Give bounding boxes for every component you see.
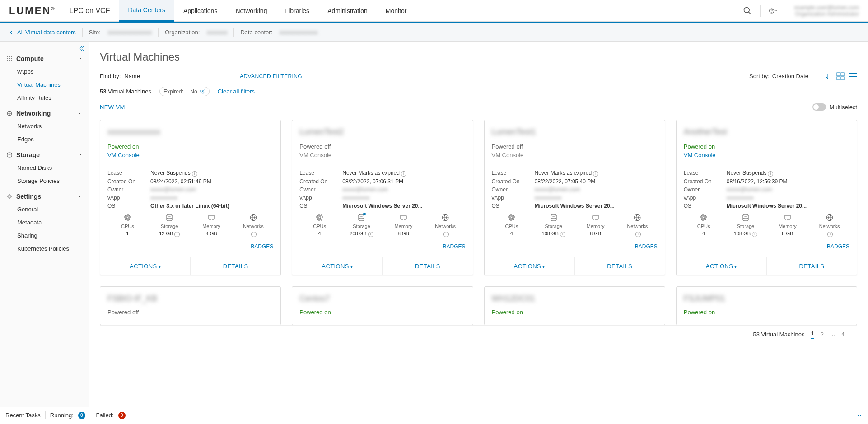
vm-console-link[interactable]: VM Console <box>684 152 849 158</box>
nav-tab-applications[interactable]: Applications <box>174 0 227 22</box>
page-1[interactable]: 1 <box>811 330 814 339</box>
badges-link[interactable]: BADGES <box>443 243 465 250</box>
created-value: 08/24/2022, 02:51:49 PM <box>150 178 273 185</box>
chevron-down-icon <box>815 74 819 79</box>
info-icon[interactable]: i <box>192 171 197 177</box>
help-icon[interactable] <box>769 6 778 15</box>
details-button[interactable]: DETAILS <box>191 257 280 275</box>
sort-direction-icon[interactable] <box>825 73 831 79</box>
details-button[interactable]: DETAILS <box>767 257 857 275</box>
vm-name[interactable]: WH12DC01 <box>492 294 658 303</box>
toggle-switch[interactable] <box>812 103 826 111</box>
nav-tab-monitor[interactable]: Monitor <box>377 0 416 22</box>
info-icon[interactable]: i <box>827 232 833 237</box>
info-icon[interactable]: i <box>752 232 757 237</box>
info-icon[interactable]: i <box>401 171 406 177</box>
actions-button[interactable]: ACTIONS▾ <box>677 257 767 275</box>
sidebar-item-kubernetes-policies[interactable]: Kubernetes Policies <box>0 242 89 255</box>
list-view-icon[interactable] <box>849 72 857 80</box>
sidebar-header-networking[interactable]: Networking <box>0 107 89 120</box>
sidebar-item-storage-policies[interactable]: Storage Policies <box>0 174 89 187</box>
chevron-down-icon <box>222 74 226 79</box>
sidebar-item-vapps[interactable]: vApps <box>0 65 89 78</box>
nav-tab-networking[interactable]: Networking <box>226 0 276 22</box>
page-2[interactable]: 2 <box>821 331 824 338</box>
memory-icon <box>383 214 424 222</box>
vm-name[interactable]: FSJUMP01 <box>684 294 849 303</box>
page-next-icon[interactable] <box>851 332 855 337</box>
grid-view-icon[interactable] <box>836 72 845 80</box>
info-icon[interactable]: i <box>174 232 180 237</box>
count-bar: 53 Virtual Machines Expired: No ⓧ Clear … <box>100 87 857 96</box>
details-button[interactable]: DETAILS <box>383 257 472 275</box>
sidebar-collapse-icon[interactable] <box>79 45 85 51</box>
sidebar-item-networks[interactable]: Networks <box>0 120 89 133</box>
sidebar-item-edges[interactable]: Edges <box>0 133 89 146</box>
sidebar: Compute vApps Virtual Machines Affinity … <box>0 42 89 407</box>
vm-status: Powered on <box>299 309 465 316</box>
sidebar-header-compute[interactable]: Compute <box>0 52 89 65</box>
vm-card: LumenTest2 Powered off VM Console LeaseN… <box>292 120 473 275</box>
badges-link[interactable]: BADGES <box>827 243 849 250</box>
nav-tab-administration[interactable]: Administration <box>318 0 377 22</box>
vm-name[interactable]: Centos7 <box>299 294 465 303</box>
clear-all-filters-link[interactable]: Clear all filters <box>218 88 255 95</box>
badges-link[interactable]: BADGES <box>251 243 273 250</box>
badges-link[interactable]: BADGES <box>635 243 658 250</box>
footer-bar: Recent Tasks Running: 0 Failed: 0 <box>0 407 868 423</box>
actions-button[interactable]: ACTIONS▾ <box>292 257 383 275</box>
info-icon[interactable]: i <box>635 232 641 237</box>
advanced-filtering-link[interactable]: ADVANCED FILTERING <box>240 73 302 79</box>
actions-button[interactable]: ACTIONS▾ <box>485 257 575 275</box>
cpus-value: 1 <box>107 231 148 236</box>
vm-name[interactable]: LumenTest2 <box>299 127 465 137</box>
lease-label: Lease <box>107 170 150 177</box>
multiselect-toggle[interactable]: Multiselect <box>812 103 857 111</box>
details-button[interactable]: DETAILS <box>575 257 665 275</box>
page-4[interactable]: 4 <box>841 331 845 338</box>
svg-point-6 <box>11 56 12 57</box>
sidebar-item-named-disks[interactable]: Named Disks <box>0 161 89 174</box>
back-link[interactable]: All Virtual data centers <box>9 29 76 36</box>
vm-name[interactable]: LumenTest1 <box>492 127 658 137</box>
vm-name[interactable]: xxxxxxxxxxxxx <box>107 127 273 137</box>
recent-tasks-label[interactable]: Recent Tasks <box>5 412 41 419</box>
sidebar-item-virtual-machines[interactable]: Virtual Machines <box>0 78 89 91</box>
cpu-icon <box>299 214 340 222</box>
info-icon[interactable]: i <box>443 232 449 237</box>
svg-rect-59 <box>400 216 406 219</box>
sidebar-item-affinity-rules[interactable]: Affinity Rules <box>0 91 89 104</box>
storage-value: 12 GBi <box>149 231 190 237</box>
info-icon[interactable]: i <box>593 171 598 177</box>
nav-tab-data-centers[interactable]: Data Centers <box>119 0 174 22</box>
chevron-down-icon <box>78 153 82 157</box>
created-label: Created On <box>107 178 150 185</box>
vm-status: Powered on <box>684 143 849 150</box>
sidebar-header-settings[interactable]: Settings <box>0 190 89 203</box>
sort-by-dropdown[interactable]: Sort by: Creation Date <box>749 71 819 81</box>
vm-console-link[interactable]: VM Console <box>107 152 273 158</box>
sidebar-item-metadata[interactable]: Metadata <box>0 216 89 229</box>
vm-name[interactable]: FSBIO-IF_KB <box>107 294 273 303</box>
vm-name[interactable]: AnotherTest <box>684 127 849 137</box>
nav-tab-libraries[interactable]: Libraries <box>276 0 318 22</box>
info-icon[interactable]: i <box>768 171 773 177</box>
page-ellipsis: ... <box>830 331 835 338</box>
info-icon[interactable]: i <box>251 232 257 237</box>
search-icon[interactable] <box>743 6 752 15</box>
owner-value: xxxxx@lumen.com <box>342 186 465 193</box>
lease-label: Lease <box>299 170 342 177</box>
info-icon[interactable]: i <box>368 232 373 237</box>
actions-button[interactable]: ACTIONS▾ <box>100 257 191 275</box>
os-value: Other 3.x or later Linux (64-bit) <box>150 203 273 209</box>
sidebar-header-storage[interactable]: Storage <box>0 149 89 161</box>
expand-tasks-icon[interactable] <box>856 412 863 419</box>
sidebar-item-sharing[interactable]: Sharing <box>0 229 89 242</box>
new-vm-button[interactable]: NEW VM <box>100 104 125 111</box>
user-menu[interactable]: example.user@lumen.com Organization Admi… <box>794 5 859 17</box>
svg-rect-23 <box>125 215 130 220</box>
sidebar-item-general[interactable]: General <box>0 203 89 216</box>
info-icon[interactable]: i <box>560 232 565 237</box>
remove-chip-icon[interactable]: ⓧ <box>200 88 205 95</box>
find-by-dropdown[interactable]: Find by: Name <box>100 71 226 81</box>
